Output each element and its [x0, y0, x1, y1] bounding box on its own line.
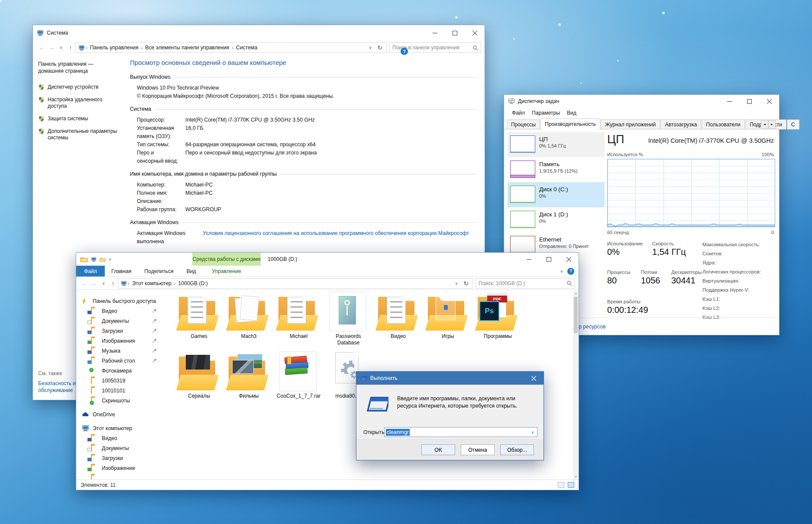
file-tile-games[interactable]: Games — [175, 291, 223, 346]
sidebar-item-downloads[interactable]: ↓ Загрузки — [76, 326, 168, 336]
sidebar-this-pc[interactable]: Этот компьютер — [76, 423, 168, 433]
scrollbar-thumb[interactable] — [574, 297, 578, 333]
sidebar-pc-videos[interactable]: Видео — [76, 433, 168, 443]
ribbon-tab-share[interactable]: Поделиться — [138, 266, 180, 276]
sidebar-item-remote-access[interactable]: Настройка удаленного доступа — [38, 96, 119, 109]
file-tile-series[interactable]: Сериалы — [175, 350, 223, 399]
help-icon[interactable]: ? — [401, 48, 408, 55]
perf-item-cpu[interactable]: ЦП 0% 1,54 ГГц — [508, 132, 605, 157]
tab-scroll-left-icon[interactable]: ◄ — [761, 120, 768, 129]
menu-view[interactable]: Вид — [563, 110, 580, 116]
address-dropdown-icon[interactable]: ∨ — [366, 45, 375, 50]
breadcrumb-drive-d[interactable]: 1000GB (D:) — [176, 280, 209, 286]
tab-users[interactable]: Пользователи — [702, 119, 745, 129]
history-chevron-icon[interactable]: ∨ — [56, 45, 66, 50]
perf-item-disk0[interactable]: Диск 0 (C:) 0% — [508, 182, 605, 207]
address-dropdown-icon[interactable]: ∨ — [452, 281, 461, 286]
minimize-button[interactable] — [719, 95, 739, 108]
sidebar-quick-access[interactable]: Панель быстрого доступа — [76, 296, 168, 306]
system-address-bar[interactable]: › Панель управления › Все элементы панел… — [75, 42, 387, 53]
task-manager-titlebar[interactable]: Диспетчер задач — [504, 95, 779, 108]
file-tile-games-ru[interactable]: Игры — [424, 291, 472, 346]
system-titlebar[interactable]: Система — [33, 25, 485, 41]
search-icon[interactable] — [566, 280, 572, 286]
tab-performance[interactable]: Производительность — [540, 119, 600, 130]
run-command-value[interactable]: cleanmgr — [386, 429, 410, 436]
file-tile-movies[interactable]: Фильмы — [224, 350, 273, 399]
file-tile-michael[interactable]: Michael — [274, 291, 323, 346]
scroll-up-icon[interactable]: ∧ — [573, 291, 579, 296]
explorer-titlebar[interactable]: ∨ Средства работы с дисками 1000GB (D:) — [76, 253, 579, 266]
run-titlebar[interactable]: Выполнить — [356, 372, 543, 385]
sidebar-pc-downloads[interactable]: ↓ Загрузки — [76, 453, 168, 463]
back-icon[interactable]: ← — [37, 44, 47, 51]
close-button[interactable] — [465, 25, 485, 41]
file-tile-passwords-database[interactable]: Passwords Database — [324, 291, 373, 346]
close-button[interactable] — [524, 372, 543, 385]
minimize-button[interactable] — [519, 253, 539, 266]
menu-options[interactable]: Параметры — [528, 110, 563, 116]
minimize-button[interactable] — [425, 25, 445, 41]
qat-new-folder-icon[interactable] — [100, 257, 106, 262]
history-chevron-icon[interactable]: ∨ — [99, 281, 108, 286]
cpu-usage-graph[interactable] — [607, 159, 775, 227]
ribbon-tab-file[interactable]: Файл — [76, 266, 105, 276]
breadcrumb-all-items[interactable]: Все элементы панели управления — [143, 45, 231, 51]
qat-properties-icon[interactable] — [91, 257, 97, 262]
close-button[interactable] — [759, 95, 779, 108]
sidebar-scrollbar[interactable]: ∧ ∨ — [573, 291, 579, 479]
perf-item-memory[interactable]: Память 1,9/15,9 ГБ (12%) — [508, 157, 605, 182]
run-command-combobox[interactable]: cleanmgr ∨ — [384, 427, 537, 437]
maximize-button[interactable] — [539, 253, 559, 266]
tab-services-partial[interactable]: С — [787, 119, 799, 129]
sidebar-item-control-panel-home[interactable]: Панель управления — домашняя страница — [38, 61, 107, 74]
refresh-icon[interactable]: ↻ — [461, 280, 471, 287]
sidebar-item-screenshots[interactable]: ✓ Скриншоты — [76, 395, 168, 405]
ribbon-tab-manage[interactable]: Управление — [192, 266, 261, 276]
up-icon[interactable]: ↑ — [66, 44, 75, 51]
tab-scroll-right-icon[interactable]: ► — [768, 120, 776, 129]
file-tile-programs[interactable]: PDF Ps Программы — [473, 291, 522, 346]
search-icon[interactable] — [472, 45, 478, 51]
forward-icon[interactable]: → — [47, 44, 56, 51]
sidebar-pc-documents[interactable]: Документы — [76, 443, 168, 453]
breadcrumb-control-panel[interactable]: Панель управления — [88, 45, 140, 51]
sidebar-item-documents[interactable]: Документы — [76, 316, 168, 326]
close-button[interactable] — [559, 253, 579, 266]
sidebar-pc-clipped-item[interactable] — [76, 473, 168, 479]
forward-icon[interactable]: → — [89, 280, 99, 287]
browse-button[interactable]: Обзор... — [500, 444, 534, 455]
back-icon[interactable]: ← — [80, 280, 89, 287]
sidebar-item-camera[interactable]: ✓ Фотокамера — [76, 366, 168, 376]
tab-processes[interactable]: Процессы — [507, 119, 540, 129]
sidebar-item-desktop[interactable]: Рабочий стол — [76, 356, 168, 366]
cancel-button[interactable]: Отмена — [461, 444, 495, 455]
combobox-dropdown-icon[interactable]: ∨ — [528, 428, 537, 437]
file-tile-mach3[interactable]: Mach3 — [224, 291, 273, 346]
sidebar-onedrive[interactable]: OneDrive — [76, 409, 168, 419]
details-view-icon[interactable] — [558, 482, 564, 488]
sidebar-item-videos[interactable]: Видео — [76, 306, 168, 316]
refresh-icon[interactable]: ↻ — [375, 44, 385, 51]
explorer-search-input[interactable] — [479, 280, 566, 286]
breadcrumb-system[interactable]: Система — [234, 45, 259, 51]
explorer-help-icon[interactable]: ? — [567, 268, 574, 275]
sidebar-pc-pictures[interactable]: Изображения — [76, 463, 168, 473]
maximize-button[interactable] — [739, 95, 759, 108]
qat-customize-icon[interactable]: ∨ — [109, 257, 112, 261]
sidebar-item-10010101[interactable]: 10010101 — [76, 386, 168, 395]
sidebar-item-10050319[interactable]: 10050319 — [76, 376, 168, 386]
file-tile-video[interactable]: Видео — [374, 291, 423, 346]
tab-app-history[interactable]: Журнал приложений — [601, 119, 660, 129]
sidebar-item-pictures[interactable]: Изображения — [76, 336, 168, 346]
ribbon-tab-home[interactable]: Главная — [105, 266, 138, 276]
breadcrumb-this-pc[interactable]: Этот компьютер — [130, 280, 173, 286]
ribbon-collapse-icon[interactable]: ∨ — [560, 269, 563, 273]
license-terms-link[interactable]: Условия лицензионного соглашения на испо… — [203, 229, 477, 246]
disk-tools-tab[interactable]: Средства работы с дисками — [192, 253, 261, 266]
file-tile-coocox-rar[interactable]: CooCox_1_7_7.rar — [274, 350, 323, 399]
tab-startup[interactable]: Автозагрузка — [660, 119, 701, 129]
sidebar-item-music[interactable]: ♪ Музыка — [76, 346, 168, 356]
thumbnails-view-icon[interactable] — [568, 482, 574, 488]
scroll-down-icon[interactable]: ∨ — [573, 474, 579, 479]
